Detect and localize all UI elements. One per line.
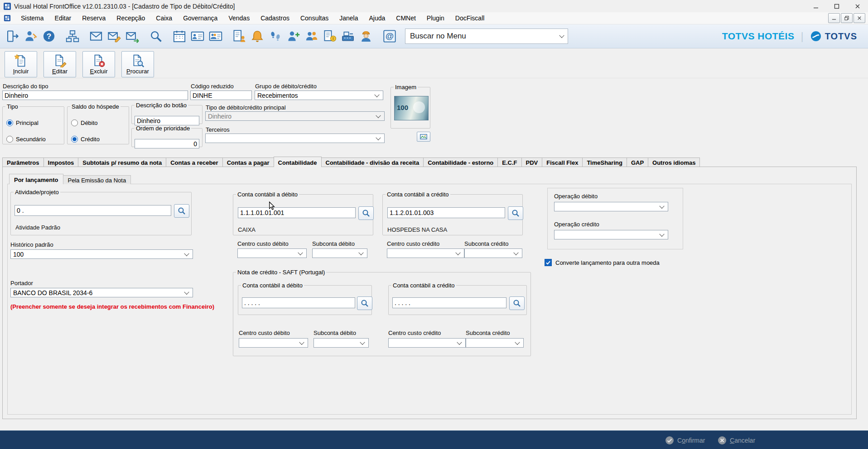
tab-contabilidade-divisao[interactable]: Contabilidade - divisão da receita [321, 158, 424, 167]
tab-ecf[interactable]: E.C.F [497, 158, 521, 167]
bellboy-icon[interactable] [357, 26, 375, 46]
atividade-lookup-button[interactable] [174, 204, 189, 218]
minimize-icon[interactable] [805, 0, 826, 12]
operacao-debito-select[interactable] [554, 202, 668, 211]
atividade-input[interactable] [14, 205, 171, 216]
menu-vendas[interactable]: Vendas [223, 13, 255, 24]
radio-principal-icon[interactable] [6, 119, 13, 126]
radio-debito[interactable]: Débito [71, 119, 98, 126]
codigo-reduzido-input[interactable] [190, 91, 252, 100]
terceiros-select[interactable] [205, 134, 385, 143]
tab-parametros[interactable]: Parâmetros [2, 158, 44, 167]
cancelar-button[interactable]: Cancelar [715, 431, 758, 449]
mdi-minimize-icon[interactable] [828, 13, 840, 23]
mdi-restore-icon[interactable] [841, 13, 853, 23]
editar-button[interactable]: Editar [43, 51, 76, 77]
tab-contas-receber[interactable]: Contas a receber [166, 158, 223, 167]
radio-credito[interactable]: Crédito [71, 136, 100, 143]
subconta-credito-select[interactable] [464, 248, 522, 258]
menu-cmnet[interactable]: CMNet [391, 13, 421, 24]
grupo-debito-credito-select[interactable]: Recebimentos [255, 91, 383, 100]
search-icon[interactable] [147, 26, 165, 46]
radio-principal[interactable]: Principal [6, 119, 39, 126]
converte-moeda-checkbox-row[interactable]: Converte lançamento para outra moeda [545, 259, 660, 266]
exit-door-icon[interactable] [4, 26, 22, 46]
menu-search-combobox[interactable]: Buscar no Menu [405, 29, 568, 44]
saft-subconta-credito-select[interactable] [466, 338, 524, 348]
menu-docfiscall[interactable]: DocFiscall [450, 13, 490, 24]
tab-timesharing[interactable]: TimeSharing [582, 158, 627, 167]
maximize-icon[interactable] [826, 0, 847, 12]
report-person-icon[interactable] [230, 26, 248, 46]
close-icon[interactable] [847, 0, 868, 12]
mail-send-icon[interactable] [123, 26, 141, 46]
checkbox-checked-icon[interactable] [545, 259, 552, 266]
subtab-por-lancamento[interactable]: Por lançamento [9, 174, 63, 184]
centro-custo-debito-select[interactable] [237, 248, 307, 258]
subconta-debito-select[interactable] [312, 248, 367, 258]
calendar-icon[interactable] [170, 26, 188, 46]
historico-padrao-select[interactable]: 100 [10, 249, 193, 259]
menu-editar[interactable]: Editar [49, 13, 77, 24]
operacao-credito-select[interactable] [554, 230, 668, 239]
user-key-icon[interactable] [22, 26, 40, 46]
procurar-button[interactable]: Procurar [121, 51, 154, 77]
descricao-tipo-input[interactable] [2, 91, 188, 100]
incluir-button[interactable]: Incluir [5, 51, 37, 77]
menu-sistema[interactable]: Sistema [15, 13, 49, 24]
radio-credito-icon[interactable] [71, 136, 78, 143]
menu-janela[interactable]: Janela [334, 13, 363, 24]
radio-debito-icon[interactable] [71, 119, 78, 126]
at-mail-icon[interactable]: @ [381, 26, 399, 46]
portador-select[interactable]: BANCO DO BRASIL 2034-6 [10, 288, 193, 297]
tab-gap[interactable]: GAP [627, 158, 648, 167]
menu-consultas[interactable]: Consultas [295, 13, 334, 24]
mdi-close-icon[interactable] [854, 13, 865, 23]
saft-conta-credito-lookup-button[interactable] [509, 296, 525, 310]
conta-credito-lookup-button[interactable] [508, 206, 523, 220]
ordem-prioridade-input[interactable] [135, 139, 199, 148]
user-add-icon[interactable] [285, 26, 303, 46]
conta-debito-lookup-button[interactable] [358, 206, 374, 220]
tab-contabilidade-estorno[interactable]: Contabilidade - estorno [423, 158, 498, 167]
saft-centro-custo-credito-select[interactable] [388, 338, 466, 348]
saft-conta-credito-input[interactable] [392, 297, 506, 308]
menu-recepcao[interactable]: Recepção [111, 13, 150, 24]
help-icon[interactable]: ? [40, 26, 58, 46]
image-picker-button[interactable] [417, 132, 430, 142]
cash-register-icon[interactable] [339, 26, 357, 46]
tab-contabilidade[interactable]: Contabilidade [274, 157, 322, 167]
centro-custo-credito-select[interactable] [387, 248, 464, 258]
tab-fiscall-flex[interactable]: Fiscall Flex [542, 158, 583, 167]
menu-reserva[interactable]: Reserva [77, 13, 111, 24]
org-chart-icon[interactable] [63, 26, 82, 46]
confirmar-button[interactable]: Confirmar [662, 431, 708, 449]
menu-governanca[interactable]: Governança [178, 13, 223, 24]
menu-cadastros[interactable]: Cadastros [255, 13, 295, 24]
radio-secundario-icon[interactable] [6, 136, 13, 143]
tab-pdv[interactable]: PDV [521, 158, 543, 167]
mail-icon[interactable] [87, 26, 105, 46]
conta-credito-input[interactable] [387, 207, 505, 218]
tab-impostos[interactable]: Impostos [43, 158, 79, 167]
subtab-pela-emissao[interactable]: Pela Emissão da Nota [63, 175, 131, 184]
saft-conta-debito-input[interactable] [242, 297, 355, 308]
guest-card-icon[interactable] [188, 26, 207, 46]
excluir-button[interactable]: Excluir [82, 51, 115, 77]
guest-card-group-icon[interactable] [207, 26, 225, 46]
menu-caixa[interactable]: Caixa [150, 13, 178, 24]
menu-ajuda[interactable]: Ajuda [363, 13, 391, 24]
menu-plugin[interactable]: Plugin [421, 13, 450, 24]
tab-outros-idiomas[interactable]: Outros idiomas [648, 158, 700, 167]
invoice-icon[interactable] [321, 26, 339, 46]
saft-centro-custo-debito-select[interactable] [239, 338, 308, 348]
bell-icon[interactable] [248, 26, 266, 46]
radio-secundario[interactable]: Secundário [6, 136, 46, 143]
saft-conta-debito-lookup-button[interactable] [357, 296, 372, 310]
descricao-botao-input[interactable] [135, 116, 199, 125]
conta-debito-input[interactable] [238, 207, 356, 218]
tab-subtotais[interactable]: Subtotais p/ resumo da nota [78, 158, 166, 167]
users-icon[interactable] [303, 26, 321, 46]
footprints-icon[interactable] [266, 26, 285, 46]
tab-contas-pagar[interactable]: Contas a pagar [222, 158, 274, 167]
